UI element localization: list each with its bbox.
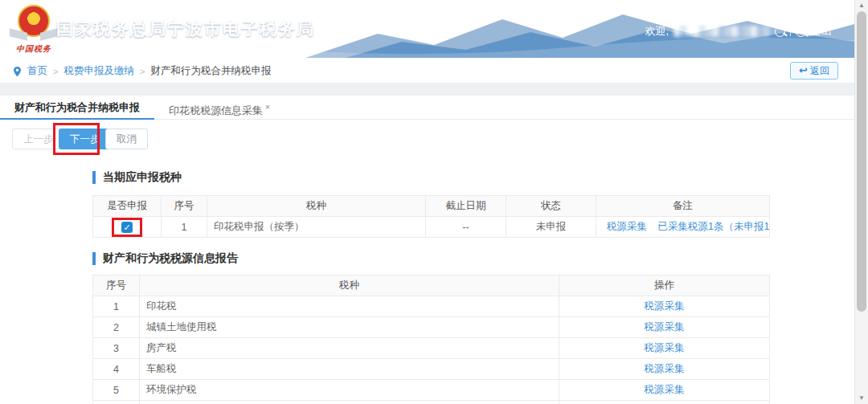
action-cell: 税源采集 [559,338,770,359]
table-row: 1 印花税 税源采集 [93,296,770,317]
location-pin-icon [13,67,22,75]
seq-cell: 1 [93,296,140,317]
table-row: ✓ 1 印花税申报（按季） -- 未申报 税源采集 已采集税源1条（未申报1条） [93,217,770,238]
tax-source-collect-link[interactable]: 税源采集 [607,221,647,232]
col-remark: 备注 [596,196,770,217]
action-cell: 税源采集 [559,380,770,401]
tab-close-icon[interactable]: × [265,103,270,112]
table-row: 6 资源税 税源采集 [93,401,770,404]
table-row: 2 城镇土地使用税 税源采集 [93,317,770,338]
breadcrumb-home[interactable]: 首页 [27,64,47,78]
tax-type-cell: 房产税 [140,338,559,359]
scrollbar-thumb[interactable] [857,11,866,312]
redacted-username [674,26,770,37]
next-step-button[interactable]: 下一步 [59,129,112,149]
national-emblem-icon: ★ [18,5,50,37]
declare-checkbox-cell: ✓ [93,217,162,238]
seq-cell: 4 [93,359,140,380]
col-seq: 序号 [93,275,140,296]
seq-cell: 3 [93,338,140,359]
tax-source-collect-link[interactable]: 税源采集 [645,384,685,395]
tab-stamp-tax-collection[interactable]: 印花税税源信息采集× [154,96,285,119]
scroll-down-arrow-icon[interactable]: ▼ [855,393,868,404]
tax-type-cell: 资源税 [140,401,559,404]
current-declarable-taxes-section: 当期应申报税种 是否申报 序号 税种 截止日期 状态 备注 ✓ 1 印花 [92,169,769,238]
divider [790,27,791,36]
tab-property-behavior-tax[interactable]: 财产和行为税合并纳税申报 [0,96,154,119]
tax-type-cell: 车船税 [140,359,559,380]
table-row: 4 车船税 税源采集 [93,359,770,380]
breadcrumb: 首页 > 税费申报及缴纳 > 财产和行为税合并纳税申报 [13,64,271,78]
declarable-taxes-table: 是否申报 序号 税种 截止日期 状态 备注 ✓ 1 印花税申报（按季） -- 未… [92,195,770,238]
col-tax-type: 税种 [207,196,426,217]
logout-button[interactable]: 退出 [811,24,832,39]
tax-source-collect-link[interactable]: 税源采集 [645,363,685,374]
back-arrow-icon: ↩ [799,63,808,79]
bureau-logo: ★ 中国税务 [11,3,56,55]
table-header-row: 序号 税种 操作 [93,275,770,296]
col-tax-type: 税种 [140,275,559,296]
col-deadline: 截止日期 [426,196,506,217]
back-button[interactable]: ↩ 返回 [790,62,838,80]
col-action: 操作 [559,275,770,296]
seq-cell: 5 [93,380,140,401]
tax-source-collect-link[interactable]: 税源采集 [645,321,685,333]
prev-step-button[interactable]: 上一步 [12,129,65,149]
section-title-row: 当期应申报税种 [92,169,769,186]
status-cell: 未申报 [506,217,596,238]
col-status: 状态 [506,196,596,217]
action-cell: 税源采集 [559,359,770,380]
deadline-cell: -- [426,217,506,238]
breadcrumb-bar: 首页 > 税费申报及缴纳 > 财产和行为税合并纳税申报 ↩ 返回 [0,58,854,84]
step-button-row: 上一步 下一步 取消 [0,120,854,157]
action-cell: 税源采集 [559,296,770,317]
back-button-label: 返回 [810,63,829,79]
tax-source-report-table: 序号 税种 操作 1 印花税 税源采集 2 城镇土地使用税 税源采集 3 房产税 [92,275,770,404]
tax-type-cell: 印花税 [140,296,559,317]
seq-cell: 1 [162,217,207,238]
tax-source-collect-link[interactable]: 税源采集 [645,300,685,312]
electronic-tax-bureau-page: ★ 中国税务 国家税务总局宁波市电子税务局 欢迎, 退出 首页 [0,0,868,404]
action-cell: 税源采集 [559,317,770,338]
seq-cell: 6 [93,401,140,404]
remark-cell: 税源采集 已采集税源1条（未申报1条） [596,217,770,238]
seq-cell: 2 [93,317,140,338]
breadcrumb-declare-pay[interactable]: 税费申报及缴纳 [63,64,134,78]
welcome-prefix: 欢迎, [645,24,669,39]
cancel-button[interactable]: 取消 [105,129,148,149]
tax-type-cell: 城镇土地使用税 [140,317,559,338]
title-accent-bar [92,252,96,265]
section2-title: 财产和行为税税源信息报告 [103,251,238,266]
action-cell: 税源采集 [559,401,770,404]
declare-checkbox[interactable]: ✓ [121,222,133,233]
col-declare-or-not: 是否申报 [93,196,162,217]
vertical-scrollbar[interactable]: ▲ ▼ [854,0,868,404]
section-divider [0,84,854,96]
app-header: ★ 中国税务 国家税务总局宁波市电子税务局 欢迎, 退出 [0,0,854,58]
tax-type-cell: 环境保护税 [140,380,559,401]
table-row: 3 房产税 税源采集 [93,338,770,359]
section1-title: 当期应申报税种 [103,170,182,185]
collected-source-count-link[interactable]: 已采集税源1条（未申报1条） [657,221,769,232]
scroll-up-arrow-icon[interactable]: ▲ [855,0,868,11]
logout-icon[interactable] [796,27,806,37]
main-content: ★ 中国税务 国家税务总局宁波市电子税务局 欢迎, 退出 首页 [0,0,854,404]
tax-type-cell: 印花税申报（按季） [207,217,426,238]
breadcrumb-current: 财产和行为税合并纳税申报 [150,64,271,78]
switch-account-icon[interactable] [775,27,785,37]
tab-bar: 财产和行为税合并纳税申报 印花税税源信息采集× [0,96,854,120]
tax-source-collect-link[interactable]: 税源采集 [645,342,685,353]
breadcrumb-separator: > [140,67,145,76]
section-title-row: 财产和行为税税源信息报告 [92,251,769,267]
title-accent-bar [92,171,96,184]
welcome-area: 欢迎, 退出 [645,24,832,39]
logo-caption: 中国税务 [11,43,56,55]
site-title: 国家税务总局宁波市电子税务局 [56,18,315,40]
table-row: 5 环境保护税 税源采集 [93,380,770,401]
tax-source-report-section: 财产和行为税税源信息报告 序号 税种 操作 1 印花税 税源采集 2 城镇土地使… [92,251,769,404]
breadcrumb-separator: > [53,67,58,76]
red-annotation-checkbox: ✓ [112,218,142,237]
table-header-row: 是否申报 序号 税种 截止日期 状态 备注 [93,196,770,217]
col-seq: 序号 [162,196,207,217]
